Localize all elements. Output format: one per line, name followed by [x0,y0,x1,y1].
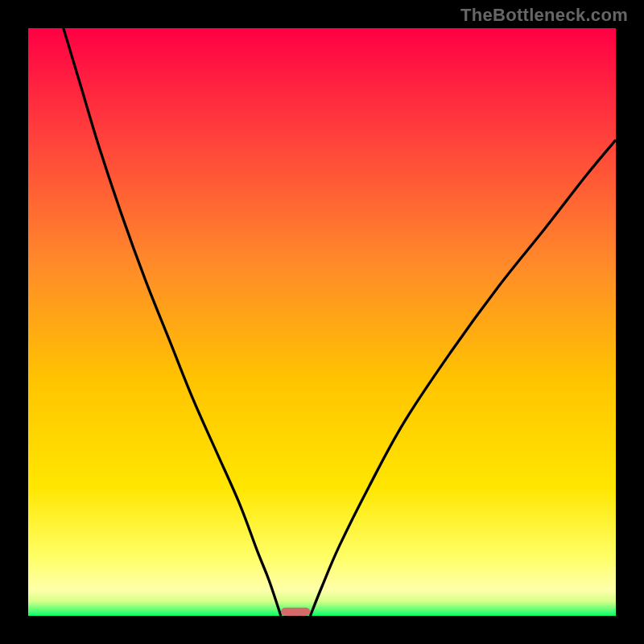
chart-frame: TheBottleneck.com [0,0,644,644]
plot-area [28,28,616,616]
bottleneck-marker [281,608,311,616]
chart-svg [28,28,616,616]
gradient-background [28,28,616,616]
watermark-text: TheBottleneck.com [460,5,628,26]
